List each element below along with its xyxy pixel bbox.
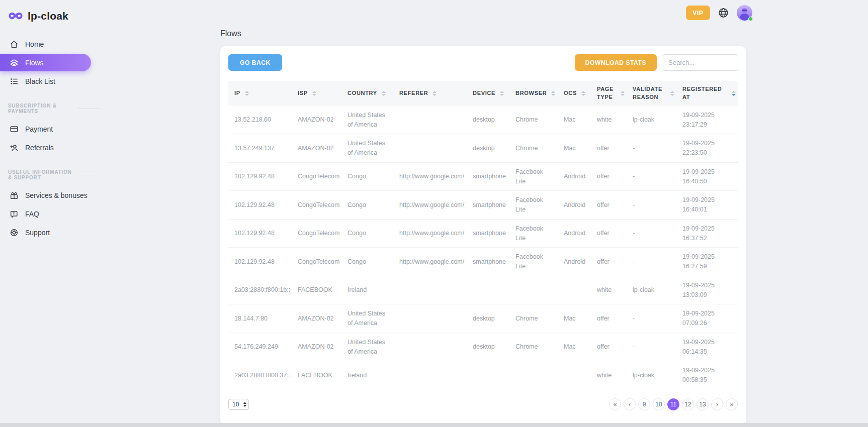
cell-referer: http://www.google.com/ <box>393 162 467 191</box>
cell-ocs <box>558 361 591 389</box>
cell-ip: 13.52.218.60 <box>228 106 292 134</box>
column-label: ISP <box>298 89 308 97</box>
cell-country: Congo <box>341 248 393 276</box>
go-back-button[interactable]: GO BACK <box>228 54 282 71</box>
cell-isp: CongoTelecom <box>292 162 341 191</box>
column-header-country[interactable]: COUNTRY <box>341 81 393 106</box>
sidebar-item-flows[interactable]: Flows <box>0 54 91 71</box>
cell-validate_reason: - <box>627 304 676 333</box>
sort-icon[interactable] <box>432 91 437 96</box>
sidebar-item-label: Black List <box>25 77 55 85</box>
page-size-select[interactable]: 10 <box>228 399 249 410</box>
sort-icon[interactable] <box>581 91 585 96</box>
table-row: 102.129.92.48CongoTelecomCongohttp://www… <box>228 248 738 276</box>
cell-device: desktop <box>467 333 509 361</box>
section-label: USEFUL INFORMATION & SUPPORT <box>8 169 73 180</box>
sort-icon[interactable] <box>621 91 625 96</box>
cell-validate_reason: - <box>627 219 676 248</box>
cell-validate_reason: - <box>627 333 676 361</box>
page-button-page-9[interactable]: 9 <box>638 398 650 410</box>
cell-ocs: Android <box>558 248 591 276</box>
page-button-first[interactable]: « <box>609 398 621 410</box>
cell-isp: AMAZON-02 <box>292 304 341 333</box>
cell-ip: 2a03:2880:f800:37:: <box>228 361 292 389</box>
sidebar-item-label: Support <box>25 229 50 237</box>
cell-page_type: offer <box>591 162 627 191</box>
sidebar-item-label: Referrals <box>25 144 54 152</box>
sort-icon[interactable] <box>245 91 249 96</box>
cell-country: Congo <box>341 219 393 248</box>
sort-icon[interactable] <box>382 91 386 96</box>
column-header-ip[interactable]: IP <box>228 81 292 106</box>
page-button-page-11[interactable]: 11 <box>667 398 679 410</box>
column-header-validate-reason[interactable]: VALIDATE REASON <box>627 81 676 106</box>
cell-page_type: offer <box>591 219 627 248</box>
cell-isp: FACEBOOK <box>292 276 341 304</box>
table-row: 2a03:2880:f800:37::FACEBOOKIrelandwhitel… <box>228 361 738 389</box>
sidebar-item-support[interactable]: Support <box>0 224 101 241</box>
column-header-page-type[interactable]: PAGE TYPE <box>591 81 627 106</box>
page-button-next[interactable]: › <box>711 398 723 410</box>
cell-browser: Chrome <box>509 106 558 134</box>
cell-registered_at: 19-09-202507:09:26 <box>676 304 738 333</box>
page-button-page-13[interactable]: 13 <box>697 398 709 410</box>
cell-country: Ireland <box>341 276 393 304</box>
gift-icon <box>9 190 19 200</box>
page-button-prev[interactable]: ‹ <box>624 398 636 410</box>
sort-icon[interactable] <box>732 91 736 96</box>
cell-ip: 2a03:2880:f800:1b:: <box>228 276 292 304</box>
page-button-page-12[interactable]: 12 <box>682 398 694 410</box>
cell-validate_reason: lp-cloak <box>627 276 676 304</box>
column-header-referer[interactable]: REFERER <box>393 81 467 106</box>
page-button-last[interactable]: » <box>726 398 738 410</box>
table-header-row: IPISPCOUNTRYREFERERDEVICEBROWSEROCSPAGE … <box>228 81 738 106</box>
sidebar-item-services[interactable]: Services & bonuses <box>0 186 101 204</box>
cell-registered_at: 19-09-202516:27:59 <box>676 248 738 276</box>
page-button-page-10[interactable]: 10 <box>653 398 665 410</box>
cell-device: smartphone <box>467 248 509 276</box>
download-stats-button[interactable]: DOWNLOAD STATS <box>575 54 657 71</box>
column-header-registered-at[interactable]: REGISTERED AT <box>676 81 738 106</box>
column-header-ocs[interactable]: OCS <box>558 81 591 106</box>
column-label: DEVICE <box>473 89 495 97</box>
sidebar-item-home[interactable]: Home <box>0 35 101 53</box>
cell-validate_reason: lp-cloak <box>627 106 676 134</box>
sidebar-item-referrals[interactable]: Referrals <box>0 139 101 156</box>
column-label: REGISTERED AT <box>682 85 727 101</box>
cell-registered_at: 19-09-202500:58:35 <box>676 361 738 389</box>
language-globe-icon[interactable] <box>718 7 729 19</box>
cell-referer <box>393 304 467 333</box>
cell-browser: Chrome <box>509 304 558 333</box>
cell-browser <box>509 276 558 304</box>
cell-referer <box>393 134 467 163</box>
avatar[interactable] <box>737 5 752 21</box>
sidebar-item-payment[interactable]: Payment <box>0 120 101 138</box>
cell-country: United States of America <box>341 333 393 361</box>
column-header-browser[interactable]: BROWSER <box>509 81 558 106</box>
sort-icon[interactable] <box>551 91 555 96</box>
cell-validate_reason: - <box>627 248 676 276</box>
cell-ip: 102.129.92.48 <box>228 248 292 276</box>
column-header-isp[interactable]: ISP <box>292 81 341 106</box>
cell-ip: 102.129.92.48 <box>228 191 292 220</box>
cell-country: United States of America <box>341 106 393 134</box>
cell-ip: 102.129.92.48 <box>228 219 292 248</box>
cell-page_type: offer <box>591 333 627 361</box>
cell-registered_at: 19-09-202516:37:52 <box>676 219 738 248</box>
cell-country: Congo <box>341 191 393 220</box>
column-label: PAGE TYPE <box>597 85 616 101</box>
sidebar-item-black-list[interactable]: Black List <box>0 72 101 90</box>
table-row: 102.129.92.48CongoTelecomCongohttp://www… <box>228 191 738 220</box>
cell-validate_reason: - <box>627 162 676 191</box>
sort-icon[interactable] <box>500 91 504 96</box>
column-header-device[interactable]: DEVICE <box>467 81 509 106</box>
sort-icon[interactable] <box>312 91 316 96</box>
sort-icon[interactable] <box>670 91 674 96</box>
vip-button[interactable]: VIP <box>686 6 710 20</box>
table-row: 54.176.249.249AMAZON-02United States of … <box>228 333 738 361</box>
brand-logo[interactable]: lp-cloak <box>0 6 101 26</box>
sidebar-item-faq[interactable]: ?! FAQ <box>0 205 101 223</box>
cell-ocs: Android <box>558 162 591 191</box>
cell-referer <box>393 333 467 361</box>
search-input[interactable] <box>663 54 738 71</box>
